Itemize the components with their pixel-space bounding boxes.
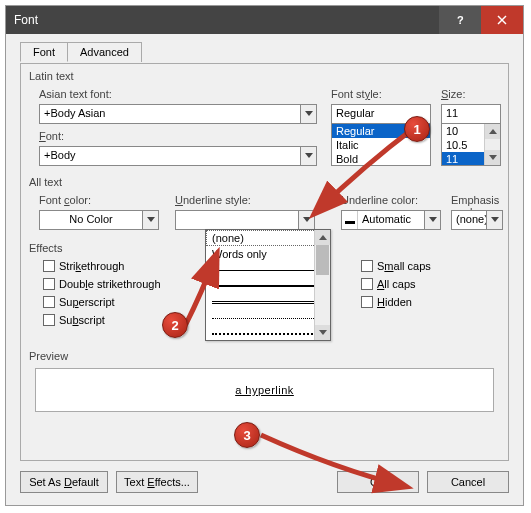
underline-color-label: Underline color: [341,194,418,206]
scrollbar[interactable] [314,230,330,340]
chevron-down-icon [142,211,158,229]
scrollbar[interactable] [484,124,500,165]
underline-style-dropdown[interactable]: (none) Words only [205,229,331,341]
asian-font-label: Asian text font: [39,88,112,100]
preview-label: Preview [29,350,68,362]
scroll-down-icon[interactable] [485,150,500,165]
subscript-checkbox[interactable]: Subscript [43,314,105,326]
dropdown-item-line[interactable] [206,294,330,310]
smallcaps-checkbox[interactable]: Small caps [361,260,431,272]
effects-group: Effects [29,242,62,254]
asian-font-combo[interactable]: +Body Asian [39,104,317,124]
auto-color-icon [342,211,358,229]
svg-text:?: ? [457,15,464,25]
size-input[interactable]: 11 [441,104,501,124]
help-button[interactable]: ? [439,6,481,34]
ok-button[interactable]: OK [337,471,419,493]
chevron-down-icon [298,211,314,229]
font-label: Font: [39,130,64,142]
underline-style-label: Underline style: [175,194,251,206]
dropdown-item-line[interactable] [206,326,330,342]
chevron-down-icon [424,211,440,229]
scroll-up-icon[interactable] [485,124,500,139]
chevron-down-icon [300,105,316,123]
preview-box: a hyperlink [35,368,494,412]
dropdown-item-line[interactable] [206,310,330,326]
chevron-down-icon [486,211,502,229]
latin-group: Latin text [29,70,74,82]
list-item[interactable]: Bold [332,152,430,166]
font-color-label: Font color: [39,194,91,206]
svg-rect-9 [345,221,355,224]
superscript-checkbox[interactable]: Superscript [43,296,115,308]
tab-advanced[interactable]: Advanced [67,42,142,62]
scroll-down-icon[interactable] [315,325,330,340]
dropdown-item-none[interactable]: (none) [206,230,330,246]
preview-text: a hyperlink [235,384,294,396]
svg-marker-11 [491,217,499,222]
svg-marker-8 [303,217,311,222]
alltext-group: All text [29,176,62,188]
svg-marker-3 [305,111,313,116]
svg-marker-12 [319,235,327,240]
window-title: Font [6,13,439,27]
emphasis-combo[interactable]: (none) [451,210,503,230]
titlebar: Font ? [6,6,523,34]
font-style-label: Font style: [331,88,382,100]
svg-marker-5 [489,129,497,134]
svg-marker-6 [489,155,497,160]
scroll-up-icon[interactable] [315,230,330,245]
hidden-checkbox[interactable]: Hidden [361,296,412,308]
strikethrough-checkbox[interactable]: Strikethrough [43,260,124,272]
double-strikethrough-checkbox[interactable]: Double strikethrough [43,278,161,290]
set-as-default-button[interactable]: Set As Default [20,471,108,493]
chevron-down-icon [300,147,316,165]
size-list[interactable]: 10 10.5 11 [441,123,501,166]
cancel-button[interactable]: Cancel [427,471,509,493]
svg-marker-4 [305,153,313,158]
scroll-thumb[interactable] [316,245,329,275]
svg-marker-10 [429,217,437,222]
svg-marker-7 [147,217,155,222]
tab-font[interactable]: Font [20,42,68,62]
marker-2: 2 [162,312,188,338]
dropdown-item-line[interactable] [206,278,330,294]
font-combo[interactable]: +Body [39,146,317,166]
text-effects-button[interactable]: Text Effects... [116,471,198,493]
dropdown-item-words[interactable]: Words only [206,246,330,262]
marker-1: 1 [404,116,430,142]
font-color-combo[interactable]: No Color [39,210,159,230]
size-label: Size: [441,88,465,100]
close-button[interactable] [481,6,523,34]
panel: Latin text Asian text font: +Body Asian … [20,63,509,461]
svg-marker-13 [319,330,327,335]
allcaps-checkbox[interactable]: All caps [361,278,416,290]
underline-color-combo[interactable]: Automatic [341,210,441,230]
underline-style-combo[interactable] [175,210,315,230]
marker-3: 3 [234,422,260,448]
dropdown-item-line[interactable] [206,262,330,278]
